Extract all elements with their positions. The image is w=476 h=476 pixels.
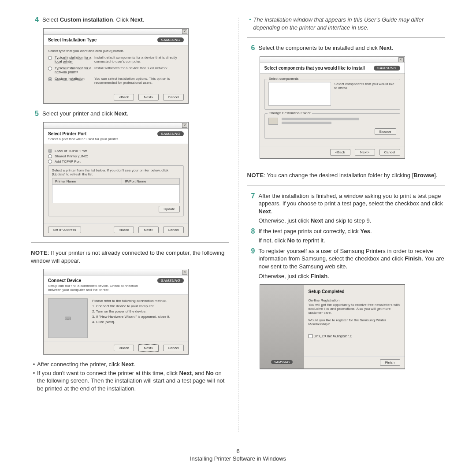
finish-button[interactable]: Finish: [380, 359, 400, 366]
t: ].: [434, 172, 437, 178]
group-legend: Select components: [268, 77, 300, 81]
bullet-icon: •: [247, 16, 253, 31]
substep: 4. Click [Next].: [92, 320, 184, 325]
radio-icon[interactable]: [48, 154, 52, 158]
cancel-button[interactable]: Cancel: [163, 345, 184, 351]
option-label: Typical installation for a local printer: [55, 56, 94, 63]
dialog-header: Select Printer Port Select a port that w…: [44, 129, 188, 144]
t: Select the components to be installed an…: [259, 45, 379, 51]
cancel-button[interactable]: Cancel: [379, 149, 400, 156]
checkbox-icon[interactable]: [309, 334, 312, 338]
dialog-buttons: Set IP Address <Back Next> Cancel: [44, 223, 188, 236]
t: Next: [179, 370, 192, 376]
step-number: 8: [247, 227, 259, 245]
cancel-button[interactable]: Cancel: [163, 94, 184, 100]
list-body[interactable]: [52, 185, 180, 203]
close-icon[interactable]: ×: [182, 123, 187, 128]
right-column: • The installation window that appears i…: [243, 13, 450, 436]
t: Browse: [413, 172, 434, 178]
brand-badge: SAMSUNG: [157, 37, 184, 42]
back-button[interactable]: <Back: [114, 227, 134, 233]
step-text: Select the components to be installed an…: [259, 44, 446, 52]
folder-icon: [268, 118, 278, 125]
column-divider: [238, 18, 238, 432]
option-label: Typical installation for a network print…: [55, 66, 94, 74]
dialog-buttons: Finish: [304, 356, 405, 368]
radio-icon[interactable]: [48, 160, 52, 164]
t: Custom installation: [60, 16, 113, 23]
footer-title: Installing Printer Software in Windows: [0, 455, 476, 462]
set-ip-button[interactable]: Set IP Address: [48, 227, 81, 233]
checkbox-row[interactable]: Yes, I'd like to register it.: [309, 334, 400, 338]
back-button[interactable]: <Back: [114, 94, 134, 100]
substep: 3. If "New Hardware Wizard" is appeared,…: [92, 314, 184, 320]
divider-line: [247, 186, 446, 186]
group-legend: Change Destination Folder: [268, 111, 312, 115]
option-desc: Install softwares for a device that is o…: [94, 66, 184, 70]
step-number: 6: [247, 44, 259, 52]
next-button[interactable]: Next>: [355, 149, 375, 156]
destination-group: Change Destination Folder Browse: [264, 113, 400, 139]
radio-label: Local or TCP/IP Port: [55, 149, 87, 153]
option-desc: Install default components for a device …: [94, 56, 184, 63]
option-desc: You can select installation options. Thi…: [94, 77, 184, 85]
t: Finish: [311, 273, 327, 279]
checkbox-label: Yes, I'd like to register it.: [315, 334, 353, 338]
bullet-item: • If you don't want to connect the print…: [31, 369, 229, 393]
components-hint: Select components that you would like to…: [335, 82, 396, 106]
path-placeholder: [282, 118, 359, 120]
note-text: : If your printer is not already connect…: [31, 249, 224, 264]
t: Yes: [360, 228, 370, 234]
t: If the test page prints out correctly, c…: [259, 228, 361, 234]
components-list[interactable]: [268, 82, 331, 106]
radio-label: Add TCP/IP Port: [55, 160, 81, 164]
t: Select: [42, 16, 60, 23]
update-button[interactable]: Update: [159, 206, 180, 212]
dialog-header: Select components that you would like to…: [260, 63, 405, 74]
t: .: [126, 110, 128, 117]
t: If not, click: [259, 237, 287, 244]
next-button[interactable]: Next>: [138, 227, 159, 233]
back-button[interactable]: <Back: [330, 149, 350, 156]
radio-icon[interactable]: [48, 67, 52, 71]
divider-line: [31, 242, 229, 243]
step-text: After the installation is finished, a wi…: [259, 192, 446, 225]
option-row[interactable]: Typical installation for a local printer…: [48, 56, 184, 63]
substep: 1. Connect the device to your computer.: [92, 304, 184, 309]
step-number: 7: [247, 192, 259, 225]
next-button[interactable]: Next>: [138, 94, 159, 100]
step-text: Select your printer and click Next.: [42, 110, 229, 118]
t: No: [287, 237, 295, 244]
close-icon[interactable]: ×: [182, 270, 187, 275]
next-button[interactable]: Next>: [138, 345, 159, 351]
radio-row[interactable]: Shared Printer (UNC): [48, 154, 184, 158]
browse-button[interactable]: Browse: [375, 128, 396, 135]
t: . Click: [113, 16, 130, 23]
step-9: 9 To register yourself as a user of Sams…: [247, 247, 446, 280]
brand-badge: SAMSUNG: [157, 278, 184, 283]
dialog-body: Select type that you want and click [Nex…: [44, 45, 188, 91]
t: No: [206, 370, 213, 376]
radio-icon[interactable]: [48, 77, 52, 81]
step-5: 5 Select your printer and click Next.: [31, 110, 229, 118]
radio-icon[interactable]: [48, 149, 52, 153]
close-icon[interactable]: ×: [398, 57, 404, 62]
note: NOTE: You can change the desired install…: [247, 171, 446, 179]
cancel-button[interactable]: Cancel: [163, 227, 184, 233]
step-6: 6 Select the components to be installed …: [247, 44, 446, 52]
dialog-subtitle: Select a port that will be used for your…: [48, 137, 184, 141]
back-button[interactable]: <Back: [114, 345, 134, 351]
connect-illustration: ⌨: [48, 298, 88, 338]
dialog-buttons: <Back Next> Cancel: [260, 146, 405, 158]
radio-icon[interactable]: [48, 56, 52, 60]
t: .: [370, 228, 372, 234]
option-row[interactable]: Typical installation for a network print…: [48, 66, 184, 74]
close-icon[interactable]: ×: [182, 29, 187, 34]
option-row[interactable]: Custom installation You can select insta…: [48, 77, 184, 85]
radio-row[interactable]: Local or TCP/IP Port: [48, 149, 184, 153]
dialog-title: Setup Completed: [309, 289, 400, 294]
step-number: 4: [31, 16, 42, 24]
dialog-setup-completed: SAMSUNG Setup Completed On-line Registra…: [260, 284, 405, 369]
radio-row[interactable]: Add TCP/IP Port: [48, 159, 184, 164]
t: Next: [121, 361, 134, 368]
